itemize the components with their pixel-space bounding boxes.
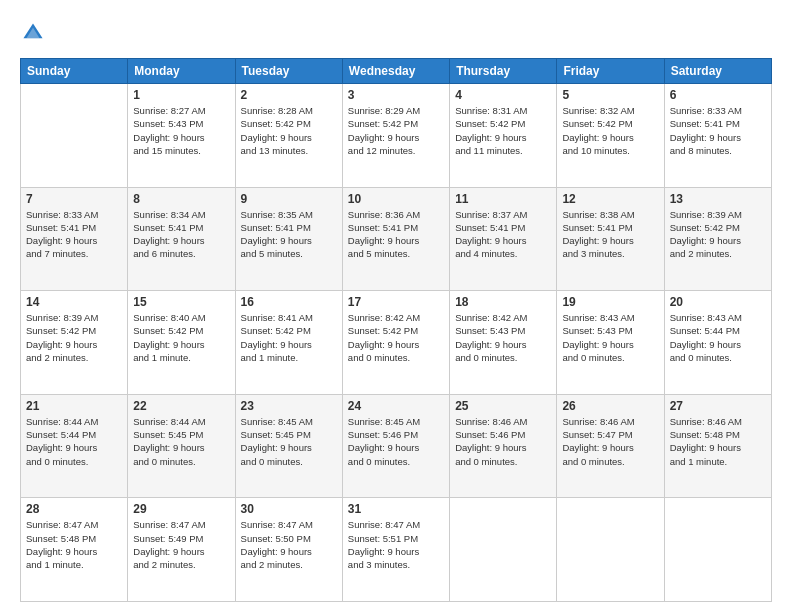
calendar-cell: 14Sunrise: 8:39 AM Sunset: 5:42 PM Dayli… — [21, 291, 128, 395]
calendar-cell: 21Sunrise: 8:44 AM Sunset: 5:44 PM Dayli… — [21, 394, 128, 498]
weekday-header-tuesday: Tuesday — [235, 59, 342, 84]
day-number: 15 — [133, 295, 229, 309]
day-info: Sunrise: 8:27 AM Sunset: 5:43 PM Dayligh… — [133, 104, 229, 157]
logo-icon — [22, 22, 44, 44]
day-number: 7 — [26, 192, 122, 206]
weekday-header-saturday: Saturday — [664, 59, 771, 84]
calendar-cell — [21, 84, 128, 188]
calendar-cell: 3Sunrise: 8:29 AM Sunset: 5:42 PM Daylig… — [342, 84, 449, 188]
logo — [20, 22, 44, 48]
calendar-cell: 15Sunrise: 8:40 AM Sunset: 5:42 PM Dayli… — [128, 291, 235, 395]
day-info: Sunrise: 8:46 AM Sunset: 5:48 PM Dayligh… — [670, 415, 766, 468]
day-info: Sunrise: 8:36 AM Sunset: 5:41 PM Dayligh… — [348, 208, 444, 261]
calendar-header-row: SundayMondayTuesdayWednesdayThursdayFrid… — [21, 59, 772, 84]
day-info: Sunrise: 8:41 AM Sunset: 5:42 PM Dayligh… — [241, 311, 337, 364]
day-number: 6 — [670, 88, 766, 102]
day-number: 9 — [241, 192, 337, 206]
calendar-cell: 28Sunrise: 8:47 AM Sunset: 5:48 PM Dayli… — [21, 498, 128, 602]
calendar-cell: 18Sunrise: 8:42 AM Sunset: 5:43 PM Dayli… — [450, 291, 557, 395]
page-header — [20, 18, 772, 48]
calendar-cell — [450, 498, 557, 602]
day-info: Sunrise: 8:47 AM Sunset: 5:49 PM Dayligh… — [133, 518, 229, 571]
calendar-cell: 6Sunrise: 8:33 AM Sunset: 5:41 PM Daylig… — [664, 84, 771, 188]
day-info: Sunrise: 8:46 AM Sunset: 5:47 PM Dayligh… — [562, 415, 658, 468]
calendar-week-2: 7Sunrise: 8:33 AM Sunset: 5:41 PM Daylig… — [21, 187, 772, 291]
day-number: 2 — [241, 88, 337, 102]
calendar-cell: 20Sunrise: 8:43 AM Sunset: 5:44 PM Dayli… — [664, 291, 771, 395]
day-number: 26 — [562, 399, 658, 413]
weekday-header-monday: Monday — [128, 59, 235, 84]
calendar-cell — [664, 498, 771, 602]
day-info: Sunrise: 8:33 AM Sunset: 5:41 PM Dayligh… — [26, 208, 122, 261]
calendar-cell: 31Sunrise: 8:47 AM Sunset: 5:51 PM Dayli… — [342, 498, 449, 602]
day-number: 29 — [133, 502, 229, 516]
calendar-week-5: 28Sunrise: 8:47 AM Sunset: 5:48 PM Dayli… — [21, 498, 772, 602]
day-number: 13 — [670, 192, 766, 206]
calendar-cell: 30Sunrise: 8:47 AM Sunset: 5:50 PM Dayli… — [235, 498, 342, 602]
day-info: Sunrise: 8:39 AM Sunset: 5:42 PM Dayligh… — [670, 208, 766, 261]
day-info: Sunrise: 8:37 AM Sunset: 5:41 PM Dayligh… — [455, 208, 551, 261]
day-info: Sunrise: 8:42 AM Sunset: 5:43 PM Dayligh… — [455, 311, 551, 364]
calendar-week-3: 14Sunrise: 8:39 AM Sunset: 5:42 PM Dayli… — [21, 291, 772, 395]
calendar-cell: 11Sunrise: 8:37 AM Sunset: 5:41 PM Dayli… — [450, 187, 557, 291]
calendar-cell: 26Sunrise: 8:46 AM Sunset: 5:47 PM Dayli… — [557, 394, 664, 498]
calendar-cell: 8Sunrise: 8:34 AM Sunset: 5:41 PM Daylig… — [128, 187, 235, 291]
day-number: 18 — [455, 295, 551, 309]
calendar-cell: 10Sunrise: 8:36 AM Sunset: 5:41 PM Dayli… — [342, 187, 449, 291]
weekday-header-thursday: Thursday — [450, 59, 557, 84]
calendar-cell: 5Sunrise: 8:32 AM Sunset: 5:42 PM Daylig… — [557, 84, 664, 188]
day-info: Sunrise: 8:42 AM Sunset: 5:42 PM Dayligh… — [348, 311, 444, 364]
day-info: Sunrise: 8:28 AM Sunset: 5:42 PM Dayligh… — [241, 104, 337, 157]
day-info: Sunrise: 8:29 AM Sunset: 5:42 PM Dayligh… — [348, 104, 444, 157]
day-info: Sunrise: 8:47 AM Sunset: 5:50 PM Dayligh… — [241, 518, 337, 571]
day-number: 27 — [670, 399, 766, 413]
calendar-week-1: 1Sunrise: 8:27 AM Sunset: 5:43 PM Daylig… — [21, 84, 772, 188]
weekday-header-sunday: Sunday — [21, 59, 128, 84]
day-info: Sunrise: 8:33 AM Sunset: 5:41 PM Dayligh… — [670, 104, 766, 157]
day-number: 31 — [348, 502, 444, 516]
day-info: Sunrise: 8:38 AM Sunset: 5:41 PM Dayligh… — [562, 208, 658, 261]
calendar-cell: 19Sunrise: 8:43 AM Sunset: 5:43 PM Dayli… — [557, 291, 664, 395]
day-info: Sunrise: 8:40 AM Sunset: 5:42 PM Dayligh… — [133, 311, 229, 364]
day-number: 5 — [562, 88, 658, 102]
day-number: 11 — [455, 192, 551, 206]
day-info: Sunrise: 8:44 AM Sunset: 5:44 PM Dayligh… — [26, 415, 122, 468]
calendar-cell: 22Sunrise: 8:44 AM Sunset: 5:45 PM Dayli… — [128, 394, 235, 498]
day-info: Sunrise: 8:34 AM Sunset: 5:41 PM Dayligh… — [133, 208, 229, 261]
day-number: 1 — [133, 88, 229, 102]
day-number: 24 — [348, 399, 444, 413]
calendar-cell: 9Sunrise: 8:35 AM Sunset: 5:41 PM Daylig… — [235, 187, 342, 291]
calendar-cell: 4Sunrise: 8:31 AM Sunset: 5:42 PM Daylig… — [450, 84, 557, 188]
calendar-cell: 13Sunrise: 8:39 AM Sunset: 5:42 PM Dayli… — [664, 187, 771, 291]
day-info: Sunrise: 8:39 AM Sunset: 5:42 PM Dayligh… — [26, 311, 122, 364]
day-number: 23 — [241, 399, 337, 413]
day-info: Sunrise: 8:46 AM Sunset: 5:46 PM Dayligh… — [455, 415, 551, 468]
calendar-cell: 12Sunrise: 8:38 AM Sunset: 5:41 PM Dayli… — [557, 187, 664, 291]
day-number: 4 — [455, 88, 551, 102]
day-number: 14 — [26, 295, 122, 309]
calendar-cell — [557, 498, 664, 602]
day-info: Sunrise: 8:43 AM Sunset: 5:43 PM Dayligh… — [562, 311, 658, 364]
day-info: Sunrise: 8:47 AM Sunset: 5:48 PM Dayligh… — [26, 518, 122, 571]
day-info: Sunrise: 8:45 AM Sunset: 5:45 PM Dayligh… — [241, 415, 337, 468]
day-number: 19 — [562, 295, 658, 309]
day-info: Sunrise: 8:43 AM Sunset: 5:44 PM Dayligh… — [670, 311, 766, 364]
weekday-header-friday: Friday — [557, 59, 664, 84]
calendar-cell: 2Sunrise: 8:28 AM Sunset: 5:42 PM Daylig… — [235, 84, 342, 188]
calendar-cell: 7Sunrise: 8:33 AM Sunset: 5:41 PM Daylig… — [21, 187, 128, 291]
calendar-cell: 29Sunrise: 8:47 AM Sunset: 5:49 PM Dayli… — [128, 498, 235, 602]
day-info: Sunrise: 8:45 AM Sunset: 5:46 PM Dayligh… — [348, 415, 444, 468]
calendar-cell: 25Sunrise: 8:46 AM Sunset: 5:46 PM Dayli… — [450, 394, 557, 498]
calendar-cell: 17Sunrise: 8:42 AM Sunset: 5:42 PM Dayli… — [342, 291, 449, 395]
day-info: Sunrise: 8:35 AM Sunset: 5:41 PM Dayligh… — [241, 208, 337, 261]
day-number: 12 — [562, 192, 658, 206]
calendar-week-4: 21Sunrise: 8:44 AM Sunset: 5:44 PM Dayli… — [21, 394, 772, 498]
calendar-cell: 24Sunrise: 8:45 AM Sunset: 5:46 PM Dayli… — [342, 394, 449, 498]
calendar-cell: 1Sunrise: 8:27 AM Sunset: 5:43 PM Daylig… — [128, 84, 235, 188]
weekday-header-wednesday: Wednesday — [342, 59, 449, 84]
day-number: 17 — [348, 295, 444, 309]
day-number: 20 — [670, 295, 766, 309]
calendar-table: SundayMondayTuesdayWednesdayThursdayFrid… — [20, 58, 772, 602]
day-number: 10 — [348, 192, 444, 206]
day-number: 3 — [348, 88, 444, 102]
